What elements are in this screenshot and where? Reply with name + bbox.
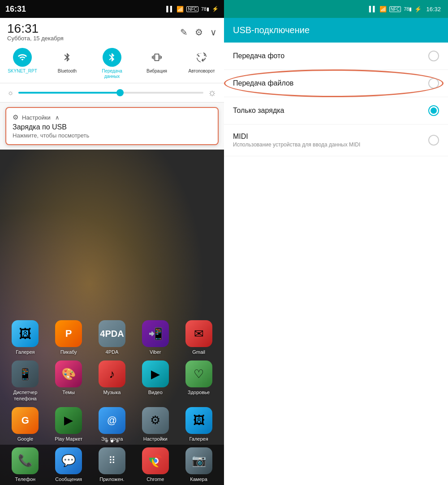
nfc-icon-right: NFC (389, 6, 401, 12)
brightness-high-icon: ☼ (208, 87, 217, 99)
google-label: Google (17, 436, 33, 442)
brightness-low-icon: ☼ (7, 89, 14, 97)
battery-right: 78▮ (404, 6, 412, 12)
chevron-down-icon[interactable]: ∨ (210, 27, 217, 38)
files-radio[interactable] (428, 78, 439, 89)
app-health[interactable]: ♡ Здоровье (179, 358, 219, 404)
dock-messages[interactable]: 💬 Сообщения (49, 445, 88, 485)
photo-transfer-title: Передача фото (233, 52, 284, 60)
phone-icon: 📞 (12, 447, 39, 474)
settings-icon[interactable]: ⚙ (195, 27, 203, 38)
themes-label: Темы (62, 390, 75, 395)
charge-text-block: Только зарядка (233, 107, 284, 115)
quick-item-data[interactable]: Передачаданных (90, 48, 134, 79)
midi-text-block: MIDI Использование устройства для ввода … (233, 133, 360, 148)
usb-option-photo[interactable]: Передача фото (224, 43, 448, 70)
edit-icon[interactable]: ✎ (180, 27, 188, 38)
battery-icon: 78▮ (201, 6, 209, 12)
charging-icon: ⚡ (212, 6, 219, 12)
data-label: Передачаданных (102, 69, 122, 79)
notif-header-icons: ✎ ⚙ ∨ (180, 27, 217, 38)
apps-label: Приложен. (99, 476, 124, 482)
brightness-track[interactable] (18, 92, 203, 94)
usb-chevron-icon: ∧ (55, 114, 60, 121)
wifi-label: SKYNET_RPT (8, 69, 37, 74)
wifi-quick-icon (13, 48, 32, 67)
vibration-quick-icon (147, 48, 166, 67)
wifi-icon-right: 📶 (379, 6, 387, 13)
settings-app-icon: ⚙ (142, 407, 169, 434)
themes-icon: 🎨 (55, 361, 82, 387)
time-display: 16:31 (5, 4, 26, 14)
app-dispatcher[interactable]: 📱 Диспетчер телефона (5, 358, 45, 404)
usb-option-midi[interactable]: MIDI Использование устройства для ввода … (224, 124, 448, 156)
midi-radio[interactable] (428, 135, 439, 146)
notif-date: Суббота, 15 декабря (7, 35, 64, 42)
quick-item-vibration[interactable]: Вибрация (134, 48, 179, 79)
usb-option-files[interactable]: Передача файлов (224, 70, 448, 97)
dispatcher-icon: 📱 (12, 361, 39, 387)
dock-phone[interactable]: 📞 Телефон (5, 445, 45, 485)
home-screen: 🖼 Галерея P Пикабу 4PDA 4PDA 📲 Viber ✉ (0, 150, 224, 485)
app-google[interactable]: G Google (5, 404, 45, 445)
midi-title: MIDI (233, 133, 360, 141)
usb-notification-card[interactable]: ⚙ Настройки ∧ Зарядка по USB Нажмите, чт… (5, 107, 219, 145)
usb-settings-label: Настройки (22, 114, 51, 121)
left-panel: 16:31 ▌▌ 📶 NFC 78▮ ⚡ 16:31 Суббота, 15 д… (0, 0, 224, 485)
dock-apps[interactable]: ⠿ Приложен. (92, 445, 132, 485)
app-video[interactable]: ▶ Видео (136, 358, 175, 404)
files-text-block: Передача файлов (233, 79, 293, 87)
4pda-label: 4PDA (106, 349, 119, 355)
charge-radio[interactable] (428, 105, 439, 116)
quick-settings: SKYNET_RPT Bluetooth Передачаданных (0, 44, 224, 83)
photo-text-block: Передача фото (233, 52, 284, 60)
quick-item-autorotate[interactable]: Автоповорот (179, 48, 224, 79)
nfc-icon: NFC (186, 6, 198, 12)
quick-item-bluetooth[interactable]: Bluetooth (45, 48, 90, 79)
app-email[interactable]: @ Эл. почта (92, 404, 132, 445)
camera-label: Камера (190, 476, 207, 482)
play-market-icon: ▶ (55, 407, 82, 434)
email-icon: @ (99, 407, 125, 434)
status-icons-right: ▌▌ 📶 NFC 78▮ ⚡ 16:32 (369, 6, 441, 13)
camera-icon: 📷 (185, 447, 212, 474)
photo-radio[interactable] (428, 51, 439, 61)
usb-options-list: Передача фото Передача файлов Только зар… (224, 43, 448, 485)
app-row-3: G Google ▶ Play Маркет @ Эл. почта ⚙ Нас… (0, 404, 224, 445)
usb-header-title: USB-подключение (233, 25, 310, 35)
music-label: Музыка (103, 390, 121, 395)
data-quick-icon (103, 48, 121, 67)
gallery-icon: 🖼 (12, 320, 39, 347)
app-play-market[interactable]: ▶ Play Маркет (49, 404, 88, 445)
health-icon: ♡ (185, 361, 212, 387)
usb-settings-icon: ⚙ (13, 113, 18, 121)
dock-chrome[interactable]: Chrome (136, 445, 175, 485)
app-gmail[interactable]: ✉ Gmail (179, 318, 219, 358)
4pda-icon: 4PDA (99, 320, 125, 347)
app-rows: 🖼 Галерея P Пикабу 4PDA 4PDA 📲 Viber ✉ (0, 318, 224, 445)
notif-time-block: 16:31 Суббота, 15 декабря (7, 22, 64, 42)
midi-subtitle: Использование устройства для ввода данны… (233, 142, 360, 148)
quick-item-wifi[interactable]: SKYNET_RPT (0, 48, 45, 79)
app-pikaby[interactable]: P Пикабу (49, 318, 88, 358)
app-gallery[interactable]: 🖼 Галерея (5, 318, 45, 358)
signal-icon-right: ▌▌ (369, 6, 377, 12)
usb-connection-header: USB-подключение (224, 18, 448, 43)
signal-icon: ▌▌ (166, 6, 174, 12)
pikaby-label: Пикабу (60, 349, 77, 355)
app-gallery2[interactable]: 🖼 Галерея (179, 404, 219, 445)
app-themes[interactable]: 🎨 Темы (49, 358, 88, 404)
usb-notif-title: Зарядка по USB (13, 123, 211, 131)
usb-option-charge[interactable]: Только зарядка (224, 97, 448, 124)
gmail-icon: ✉ (185, 320, 212, 347)
settings-label: Настройки (143, 436, 168, 442)
dock-camera[interactable]: 📷 Камера (179, 445, 219, 485)
phone-label: Телефон (15, 476, 36, 482)
status-bar-left: 16:31 ▌▌ 📶 NFC 78▮ ⚡ (0, 0, 224, 18)
app-settings[interactable]: ⚙ Настройки (136, 404, 175, 445)
app-music[interactable]: ♪ Музыка (92, 358, 132, 404)
usb-notif-header: ⚙ Настройки ∧ (13, 113, 211, 121)
app-4pda[interactable]: 4PDA 4PDA (92, 318, 132, 358)
app-viber[interactable]: 📲 Viber (136, 318, 175, 358)
right-panel: ▌▌ 📶 NFC 78▮ ⚡ 16:32 USB-подключение Пер… (224, 0, 448, 485)
